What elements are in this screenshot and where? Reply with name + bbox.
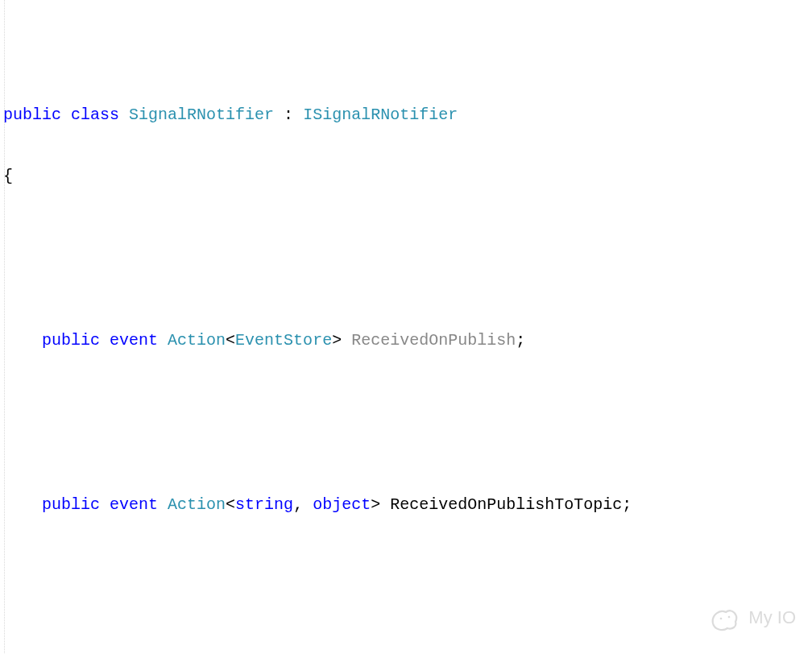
code-line: [3, 392, 812, 413]
code-line: [3, 228, 812, 249]
code-line: [3, 557, 812, 577]
watermark: My IO: [708, 604, 796, 631]
watermark-text: My IO: [748, 607, 796, 628]
code-line: public class SignalRNotifier : ISignalRN…: [3, 105, 812, 126]
code-line: public event Action<EventStore> Received…: [3, 330, 812, 351]
watermark-icon: [708, 604, 740, 631]
code-line: {: [3, 166, 812, 187]
code-editor[interactable]: public class SignalRNotifier : ISignalRN…: [0, 0, 812, 654]
svg-point-0: [720, 618, 723, 620]
code-line: public event Action<string, object> Rece…: [3, 495, 812, 515]
svg-point-1: [728, 616, 731, 619]
